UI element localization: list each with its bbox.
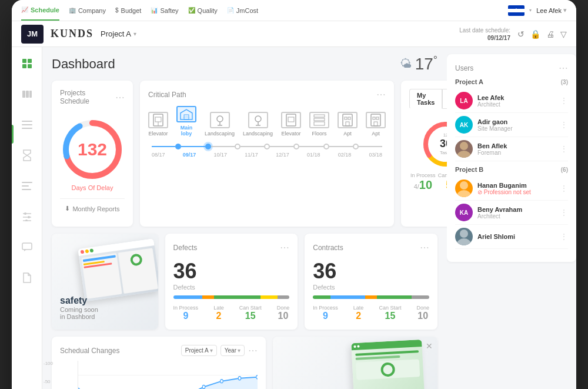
user-button[interactable]: Lee Afek ▾ bbox=[536, 6, 567, 14]
user-menu-beny[interactable]: ⋮ bbox=[560, 208, 568, 217]
svg-rect-37 bbox=[314, 122, 325, 125]
tab-all-tasks[interactable]: All tasks bbox=[442, 89, 447, 109]
nav-item-quality[interactable]: ✅ Quality bbox=[188, 7, 218, 14]
refresh-icon[interactable]: ↺ bbox=[517, 29, 524, 39]
defects-menu[interactable]: ⋯ bbox=[280, 242, 289, 253]
filter-icon[interactable]: ▽ bbox=[560, 29, 567, 39]
svg-point-67 bbox=[460, 181, 468, 189]
user-menu-lee[interactable]: ⋮ bbox=[560, 96, 568, 105]
svg-point-14 bbox=[24, 212, 26, 215]
svg-rect-5 bbox=[26, 91, 29, 98]
weather-widget: 🌤 17° bbox=[400, 54, 437, 74]
cp-icon-apt-2[interactable]: Apt bbox=[366, 112, 386, 137]
tab-my-tasks[interactable]: My Tasks bbox=[409, 89, 442, 109]
svg-point-16 bbox=[28, 216, 30, 218]
user-menu-ben[interactable]: ⋮ bbox=[560, 144, 568, 154]
timeline: 08/17 09/17 10/17 11/17 12/17 01/18 02/1… bbox=[148, 144, 386, 158]
cp-icon-elevator-2[interactable]: Elevator bbox=[281, 112, 301, 137]
nav-item-saftey[interactable]: 📊 Saftey bbox=[151, 7, 178, 14]
defects-card: Defects ⋯ 36 Defects In Process bbox=[165, 234, 298, 330]
svg-rect-12 bbox=[22, 189, 31, 190]
top-nav: 📈 Schedule 🏢 Company $ Budget 📊 Saftey ✅… bbox=[12, 0, 576, 21]
svg-rect-45 bbox=[374, 122, 377, 126]
user-row-ariel[interactable]: Ariel Shlomi ⋮ bbox=[455, 225, 568, 249]
contracts-card: Contracts ⋯ 36 Defects In Proces bbox=[305, 234, 437, 330]
cp-icon-landscaping-2[interactable]: Landscaping bbox=[243, 112, 273, 137]
contracts-number: 36 bbox=[313, 259, 429, 284]
cp-icon-landscaping-1[interactable]: Landscaping bbox=[205, 112, 235, 137]
chart-y-labels: -100 -50 0 50 bbox=[44, 361, 53, 389]
users-card: Users ⋯ Project A (3) LA Lee Afek Archit… bbox=[447, 54, 576, 262]
svg-rect-44 bbox=[376, 117, 379, 119]
user-info-adir: Adir gaon Site Manager bbox=[477, 118, 560, 132]
schedule-menu[interactable]: ⋯ bbox=[248, 345, 258, 356]
monthly-reports-button[interactable]: ⬇ Monthly Reports bbox=[60, 198, 125, 212]
lock-icon[interactable]: 🔒 bbox=[530, 29, 540, 39]
cp-icon-apt-1[interactable]: Apt bbox=[338, 112, 358, 137]
sidebar-icon-sliders[interactable] bbox=[18, 207, 36, 226]
donut-container: 132 Days Of Delay ⬇ Monthly Reports bbox=[60, 111, 125, 218]
quality-close-button[interactable]: ✕ bbox=[426, 341, 433, 351]
projects-schedule-menu[interactable]: ⋯ bbox=[115, 92, 125, 103]
tasks-number: 30 bbox=[440, 138, 447, 150]
project-group-a: Project A (3) LA Lee Afek Architect ⋮ bbox=[455, 78, 568, 161]
svg-point-62 bbox=[220, 380, 223, 383]
svg-rect-42 bbox=[371, 114, 380, 126]
svg-point-18 bbox=[25, 220, 28, 221]
user-row-ben-aflek[interactable]: Ben Aflek Foreman ⋮ bbox=[455, 137, 568, 161]
user-row-beny[interactable]: KA Beny Avraham Architect ⋮ bbox=[455, 201, 568, 225]
year-select[interactable]: Year ▾ bbox=[220, 345, 245, 356]
contracts-menu[interactable]: ⋯ bbox=[420, 242, 429, 253]
svg-point-30 bbox=[255, 116, 261, 122]
sidebar-icon-message[interactable] bbox=[18, 238, 36, 257]
nav-item-budget[interactable]: $ Budget bbox=[115, 7, 141, 14]
svg-rect-6 bbox=[29, 91, 32, 98]
critical-path-icons: Elevator Main loby bbox=[148, 106, 386, 137]
svg-rect-1 bbox=[28, 59, 32, 63]
defects-stats: In Process 9 Late 2 Can Start 15 Done bbox=[173, 305, 290, 321]
project-selector[interactable]: Project A ▾ bbox=[101, 29, 136, 38]
sidebar-icon-file[interactable] bbox=[18, 268, 36, 287]
stat-can-start: Can Start 5 bbox=[438, 172, 447, 192]
user-info-ariel: Ariel Shlomi bbox=[477, 233, 560, 240]
user-row-hanan[interactable]: Hanan Buganim ⊘ Profession not set ⋮ bbox=[455, 177, 568, 201]
user-row-lee-afek[interactable]: LA Lee Afek Architect ⋮ bbox=[455, 89, 568, 113]
user-menu-adir[interactable]: ⋮ bbox=[560, 120, 568, 129]
nav-item-schedule[interactable]: 📈 Schedule bbox=[21, 0, 59, 21]
svg-point-61 bbox=[202, 385, 205, 389]
cp-icon-elevator-1[interactable]: Elevator bbox=[148, 112, 168, 137]
user-row-adir-gaon[interactable]: AK Adir gaon Site Manager ⋮ bbox=[455, 113, 568, 137]
my-tasks-card: My Tasks All tasks ⋯ 12 bbox=[401, 81, 447, 227]
project-select[interactable]: Project A ▾ bbox=[181, 345, 217, 356]
cp-icon-mainloby[interactable]: Main loby bbox=[176, 106, 196, 137]
user-avatar-lee: LA bbox=[455, 92, 473, 109]
user-menu-hanan[interactable]: ⋮ bbox=[560, 184, 568, 193]
svg-rect-3 bbox=[28, 64, 32, 68]
cp-icon-floors[interactable]: Floors bbox=[309, 112, 329, 137]
sidebar-icon-grid[interactable] bbox=[18, 54, 36, 73]
svg-rect-36 bbox=[314, 118, 325, 121]
sidebar-icon-columns[interactable] bbox=[18, 85, 36, 104]
flag-button[interactable]: ✡ bbox=[508, 5, 524, 16]
svg-rect-39 bbox=[345, 117, 347, 119]
nav-item-jmcost[interactable]: 📄 JmCost bbox=[227, 7, 258, 14]
def-stat-in-process: In Process 9 bbox=[173, 305, 199, 321]
con-stat-done: Done 10 bbox=[416, 305, 429, 321]
svg-point-27 bbox=[217, 116, 223, 122]
second-row: ✕ bbox=[52, 234, 437, 330]
svg-rect-10 bbox=[22, 182, 32, 183]
svg-rect-4 bbox=[22, 91, 25, 98]
sidebar-icon-hourglass[interactable] bbox=[18, 146, 36, 165]
sidebar-icon-align-left[interactable] bbox=[18, 177, 36, 195]
content-area: Dashboard 🌤 17° Projects Schedule ⋯ bbox=[42, 47, 447, 389]
print-icon[interactable]: 🖨 bbox=[546, 29, 554, 39]
critical-path-menu[interactable]: ⋯ bbox=[376, 89, 386, 100]
user-menu-ariel[interactable]: ⋮ bbox=[560, 232, 568, 241]
weather-temp: 17° bbox=[415, 54, 437, 74]
sidebar-icon-list[interactable] bbox=[18, 115, 36, 134]
nav-item-company[interactable]: 🏢 Company bbox=[69, 7, 106, 14]
def-stat-can-start: Can Start 15 bbox=[239, 305, 262, 321]
users-menu[interactable]: ⋯ bbox=[559, 62, 568, 74]
donut-number: 132 bbox=[78, 139, 107, 159]
contracts-color-bar bbox=[313, 295, 429, 299]
